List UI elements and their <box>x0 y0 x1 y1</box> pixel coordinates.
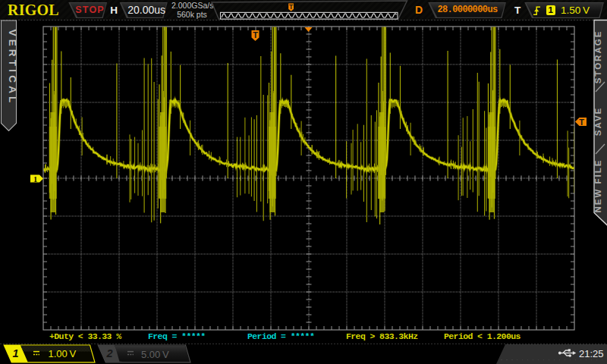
svg-text:STORAGE: STORAGE <box>593 30 602 84</box>
svg-text:VERTICAL: VERTICAL <box>7 29 18 105</box>
svg-text:NEW FILE: NEW FILE <box>593 159 602 213</box>
svg-text:SAVE: SAVE <box>593 107 602 136</box>
